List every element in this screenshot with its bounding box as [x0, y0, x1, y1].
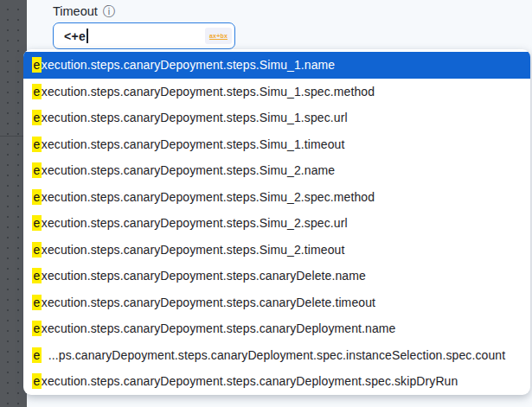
- suggestion-text: xecution.steps.canaryDepoyment.steps.Sim…: [42, 243, 345, 257]
- suggestion-text: xecution.steps.canaryDepoyment.steps.can…: [42, 321, 396, 335]
- match-highlight: e: [32, 242, 42, 258]
- suggestion-item[interactable]: execution.steps.canaryDepoyment.steps.ca…: [23, 263, 530, 289]
- suggestion-item[interactable]: execution.steps.canaryDepoyment.steps.ca…: [23, 315, 530, 342]
- match-highlight: e: [32, 268, 42, 283]
- suggestion-text: xecution.steps.canaryDepoyment.steps.Sim…: [42, 111, 348, 124]
- suggestion-item[interactable]: execution.steps.canaryDepoyment.steps.Si…: [23, 105, 530, 131]
- suggestion-text: xecution.steps.canaryDepoyment.steps.Sim…: [42, 216, 348, 230]
- match-highlight: e: [32, 162, 42, 178]
- suggestion-item[interactable]: execution.steps.canaryDepoyment.steps.Si…: [23, 131, 530, 158]
- suggestion-text: ...ps.canaryDepoyment.steps.canaryDeploy…: [42, 348, 505, 362]
- match-highlight: e: [32, 189, 42, 205]
- info-icon[interactable]: ⓘ: [103, 5, 115, 17]
- suggestion-text: xecution.steps.canaryDepoyment.steps.can…: [42, 269, 366, 283]
- match-highlight: e: [32, 84, 42, 99]
- suggestion-text: xecution.steps.canaryDepoyment.steps.Sim…: [42, 85, 375, 99]
- suggestion-text: xecution.steps.canaryDepoyment.steps.Sim…: [42, 190, 375, 204]
- suggestion-item[interactable]: execution.steps.canaryDepoyment.steps.Si…: [23, 52, 530, 79]
- timeout-input[interactable]: <+e ax+bx: [53, 22, 235, 49]
- suggestion-item[interactable]: execution.steps.canaryDepoyment.steps.Si…: [23, 157, 530, 184]
- suggestion-text: xecution.steps.canaryDepoyment.steps.Sim…: [42, 137, 345, 151]
- suggestion-item[interactable]: execution.steps.canaryDepoyment.steps.Si…: [23, 79, 530, 105]
- match-highlight: e: [32, 110, 42, 125]
- match-highlight: e: [32, 373, 42, 389]
- expression-badge-icon[interactable]: ax+bx: [205, 28, 232, 44]
- suggestion-item[interactable]: execution.steps.canaryDepoyment.steps.Si…: [23, 237, 530, 264]
- timeout-field-label: Timeout ⓘ: [53, 3, 115, 20]
- match-highlight: e: [32, 347, 42, 363]
- suggestion-item[interactable]: execution.steps.canaryDepoyment.steps.Si…: [23, 210, 530, 237]
- expression-suggestions-popover: execution.steps.canaryDepoyment.steps.Si…: [23, 49, 530, 395]
- suggestion-item[interactable]: execution.steps.canaryDepoyment.steps.Si…: [23, 184, 530, 211]
- text-caret: [87, 29, 88, 43]
- suggestion-text: xecution.steps.canaryDepoyment.steps.can…: [42, 296, 375, 309]
- timeout-input-value: <+e: [64, 29, 86, 43]
- match-highlight: e: [32, 137, 42, 152]
- suggestion-item[interactable]: execution.steps.canaryDepoyment.steps.ca…: [23, 368, 530, 395]
- match-highlight: e: [32, 321, 42, 336]
- suggestion-text: xecution.steps.canaryDepoyment.steps.Sim…: [42, 58, 335, 72]
- match-highlight: e: [32, 215, 42, 231]
- match-highlight: e: [32, 295, 42, 310]
- timeout-label-text: Timeout: [53, 4, 98, 18]
- suggestion-text: xecution.steps.canaryDepoyment.steps.Sim…: [42, 163, 335, 177]
- suggestion-item[interactable]: execution.steps.canaryDepoyment.steps.ca…: [23, 289, 530, 316]
- suggestion-text: xecution.steps.canaryDepoyment.steps.can…: [42, 374, 458, 388]
- match-highlight: e: [32, 57, 42, 73]
- suggestion-item[interactable]: e ...ps.canaryDepoyment.steps.canaryDepl…: [23, 342, 530, 369]
